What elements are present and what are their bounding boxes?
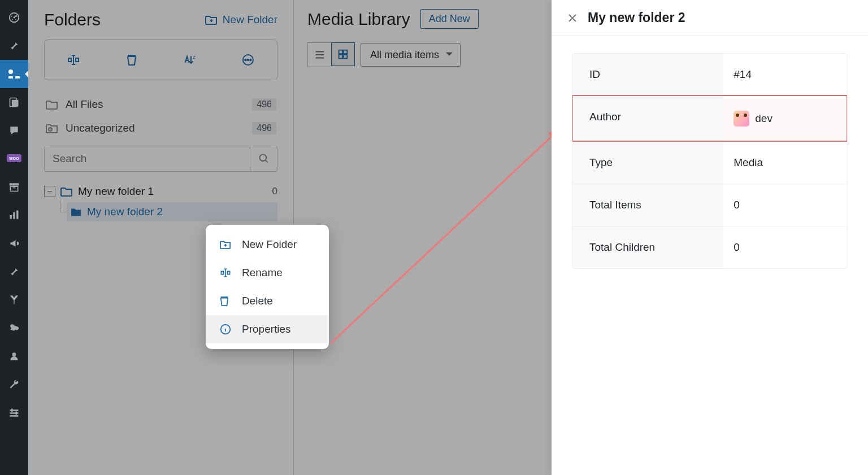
y-icon[interactable] bbox=[0, 286, 28, 314]
prop-row-id: ID #14 bbox=[572, 54, 847, 95]
svg-point-3 bbox=[16, 16, 18, 17]
folder-alert-icon bbox=[45, 123, 59, 134]
folder-icon bbox=[45, 99, 59, 110]
svg-point-5 bbox=[15, 19, 16, 20]
close-icon[interactable] bbox=[567, 13, 578, 23]
svg-text:Z: Z bbox=[193, 55, 196, 60]
svg-point-26 bbox=[247, 59, 248, 60]
svg-rect-20 bbox=[10, 415, 19, 417]
ctx-rename[interactable]: Rename bbox=[206, 259, 329, 287]
ctx-new-folder[interactable]: New Folder bbox=[206, 230, 329, 259]
analytics-icon[interactable] bbox=[0, 201, 28, 229]
context-menu: New Folder Rename Delete Properties bbox=[206, 225, 329, 349]
avatar bbox=[734, 111, 749, 127]
count-badge: 496 bbox=[252, 98, 276, 111]
svg-point-1 bbox=[14, 17, 15, 19]
users-icon[interactable] bbox=[0, 342, 28, 371]
all-files-row[interactable]: All Files 496 bbox=[44, 93, 277, 116]
delete-icon bbox=[219, 295, 233, 307]
svg-text:WOO: WOO bbox=[9, 156, 19, 160]
svg-rect-8 bbox=[12, 100, 19, 107]
collapse-icon[interactable]: − bbox=[44, 186, 55, 197]
svg-rect-32 bbox=[339, 55, 342, 58]
svg-rect-21 bbox=[11, 409, 13, 412]
svg-rect-15 bbox=[13, 212, 15, 219]
folder-plus-icon bbox=[219, 239, 233, 250]
media-title: Media Library bbox=[307, 10, 410, 29]
svg-point-4 bbox=[12, 19, 13, 20]
info-icon bbox=[219, 323, 233, 335]
new-folder-button[interactable]: New Folder bbox=[205, 14, 277, 26]
search-button[interactable] bbox=[250, 146, 277, 171]
folders-title: Folders bbox=[44, 10, 101, 29]
properties-panel: My new folder 2 ID #14 Author dev Type M… bbox=[552, 0, 868, 475]
ctx-delete[interactable]: Delete bbox=[206, 287, 329, 315]
svg-point-6 bbox=[8, 69, 13, 74]
svg-rect-18 bbox=[10, 409, 19, 411]
media-filter-select[interactable]: All media items bbox=[361, 43, 461, 67]
wp-admin-sidebar: WOO bbox=[0, 0, 28, 475]
uncategorized-row[interactable]: Uncategorized 496 bbox=[44, 116, 277, 140]
sort-icon[interactable]: Z bbox=[161, 54, 219, 66]
media-icon[interactable] bbox=[0, 60, 28, 88]
view-toggle bbox=[307, 42, 355, 67]
tree-row-child-selected[interactable]: My new folder 2 bbox=[67, 202, 277, 221]
svg-rect-19 bbox=[10, 412, 19, 414]
svg-rect-12 bbox=[10, 186, 18, 191]
delete-icon[interactable] bbox=[103, 53, 161, 67]
svg-point-17 bbox=[12, 352, 16, 356]
pages-icon[interactable] bbox=[0, 88, 28, 116]
svg-point-29 bbox=[259, 155, 266, 162]
prop-row-author: Author dev bbox=[572, 95, 847, 141]
folder-plus-icon bbox=[205, 14, 218, 25]
svg-rect-14 bbox=[10, 215, 12, 219]
pin2-icon[interactable] bbox=[0, 258, 28, 286]
tree-row-parent[interactable]: − My new folder 1 0 bbox=[44, 181, 277, 202]
add-new-button[interactable]: Add New bbox=[420, 9, 479, 29]
properties-table: ID #14 Author dev Type Media Total Items… bbox=[572, 53, 848, 269]
grid-view-icon[interactable] bbox=[331, 42, 355, 66]
properties-title: My new folder 2 bbox=[588, 10, 685, 25]
rename-icon[interactable] bbox=[45, 54, 103, 66]
svg-point-2 bbox=[11, 16, 12, 17]
search-row bbox=[44, 146, 277, 172]
marketing-icon[interactable] bbox=[0, 229, 28, 258]
list-view-icon[interactable] bbox=[308, 43, 332, 67]
folder-tree: − My new folder 1 0 My new folder 2 bbox=[44, 181, 277, 221]
folders-toolbar: Z bbox=[44, 40, 277, 80]
woo-icon[interactable]: WOO bbox=[0, 145, 28, 173]
dashboard-icon[interactable] bbox=[0, 3, 28, 32]
rename-icon bbox=[219, 267, 233, 278]
tools-icon[interactable] bbox=[0, 371, 28, 399]
svg-point-25 bbox=[245, 59, 246, 60]
folder-outline-icon bbox=[60, 186, 73, 197]
prop-row-total-children: Total Children 0 bbox=[572, 226, 847, 268]
svg-rect-16 bbox=[16, 211, 18, 219]
prop-row-total-items: Total Items 0 bbox=[572, 184, 847, 226]
svg-point-27 bbox=[250, 59, 251, 60]
pin-icon[interactable] bbox=[0, 32, 28, 60]
svg-rect-31 bbox=[344, 50, 347, 54]
svg-rect-22 bbox=[16, 412, 18, 415]
ctx-properties[interactable]: Properties bbox=[206, 315, 329, 343]
svg-rect-13 bbox=[13, 188, 16, 189]
svg-rect-11 bbox=[10, 183, 19, 185]
archive-icon[interactable] bbox=[0, 173, 28, 201]
count-badge: 496 bbox=[252, 122, 276, 134]
more-icon[interactable] bbox=[219, 53, 277, 67]
folder-search-input[interactable] bbox=[45, 146, 250, 171]
plugins-icon[interactable] bbox=[0, 314, 28, 342]
folder-solid-icon bbox=[70, 207, 83, 217]
prop-row-type: Type Media bbox=[572, 141, 847, 184]
svg-rect-30 bbox=[339, 50, 342, 54]
svg-rect-33 bbox=[344, 55, 347, 58]
settings-icon[interactable] bbox=[0, 399, 28, 427]
comments-icon[interactable] bbox=[0, 116, 28, 145]
